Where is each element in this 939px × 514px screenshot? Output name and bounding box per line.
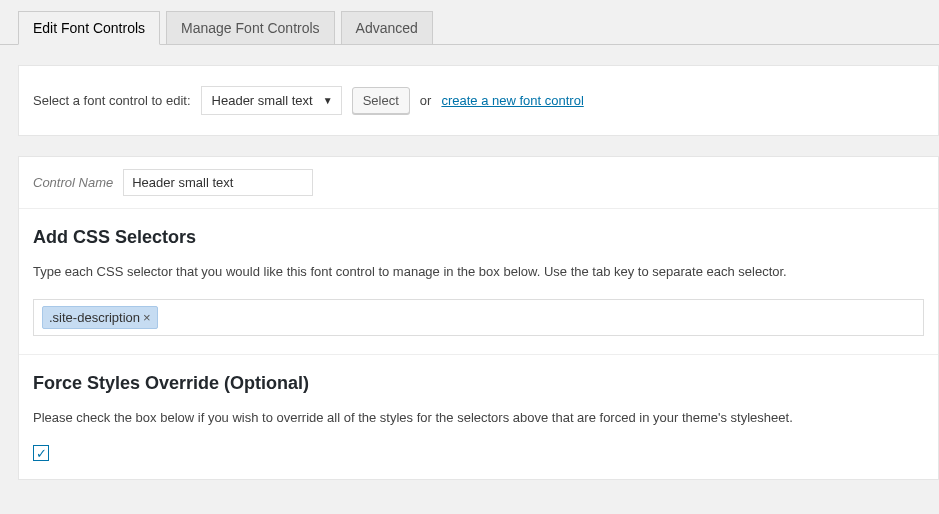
tab-edit-font-controls[interactable]: Edit Font Controls [18,11,160,45]
tab-advanced[interactable]: Advanced [341,11,433,45]
control-name-label: Control Name [33,175,113,190]
css-selector-tag-label: .site-description [49,310,140,325]
select-button[interactable]: Select [352,87,410,114]
checkmark-icon: ✓ [36,447,47,460]
control-name-input[interactable] [123,169,313,196]
force-override-checkbox[interactable]: ✓ [33,445,49,461]
font-control-select-value: Header small text [212,93,313,108]
css-selectors-input[interactable]: .site-description × [33,299,924,336]
select-control-panel: Select a font control to edit: Header sm… [18,65,939,136]
or-text: or [420,93,432,108]
select-control-label: Select a font control to edit: [33,93,191,108]
divider [19,354,938,355]
close-icon[interactable]: × [143,310,151,325]
tab-manage-font-controls[interactable]: Manage Font Controls [166,11,335,45]
tabs: Edit Font Controls Manage Font Controls … [0,0,939,45]
css-selectors-title: Add CSS Selectors [33,227,924,248]
create-new-font-control-link[interactable]: create a new font control [441,93,583,108]
edit-section: Control Name Add CSS Selectors Type each… [18,156,939,480]
css-selector-tag: .site-description × [42,306,158,329]
font-control-select[interactable]: Header small text ▼ [201,86,342,115]
control-name-row: Control Name [19,157,938,209]
force-override-description: Please check the box below if you wish t… [33,410,924,425]
force-override-title: Force Styles Override (Optional) [33,373,924,394]
css-selectors-body: Add CSS Selectors Type each CSS selector… [19,209,938,479]
chevron-down-icon: ▼ [323,95,333,106]
css-selectors-description: Type each CSS selector that you would li… [33,264,924,279]
